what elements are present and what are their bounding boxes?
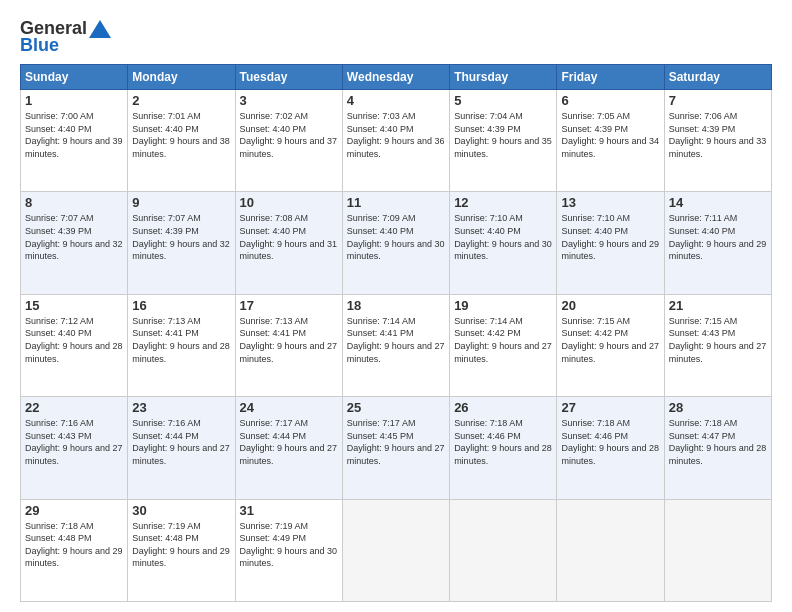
calendar-body: 1Sunrise: 7:00 AMSunset: 4:40 PMDaylight… [21,90,772,602]
page: General Blue SundayMondayTuesdayWednesda… [0,0,792,612]
cell-info: Sunrise: 7:13 AMSunset: 4:41 PMDaylight:… [240,315,338,365]
calendar-cell: 4Sunrise: 7:03 AMSunset: 4:40 PMDaylight… [342,90,449,192]
cell-info: Sunrise: 7:03 AMSunset: 4:40 PMDaylight:… [347,110,445,160]
calendar-cell: 12Sunrise: 7:10 AMSunset: 4:40 PMDayligh… [450,192,557,294]
cell-info: Sunrise: 7:01 AMSunset: 4:40 PMDaylight:… [132,110,230,160]
cell-info: Sunrise: 7:12 AMSunset: 4:40 PMDaylight:… [25,315,123,365]
cell-info: Sunrise: 7:14 AMSunset: 4:41 PMDaylight:… [347,315,445,365]
day-number: 29 [25,503,123,518]
weekday-header: Friday [557,65,664,90]
logo: General Blue [20,18,111,56]
calendar-cell: 22Sunrise: 7:16 AMSunset: 4:43 PMDayligh… [21,397,128,499]
day-number: 1 [25,93,123,108]
day-number: 13 [561,195,659,210]
calendar-cell: 7Sunrise: 7:06 AMSunset: 4:39 PMDaylight… [664,90,771,192]
calendar-cell: 1Sunrise: 7:00 AMSunset: 4:40 PMDaylight… [21,90,128,192]
calendar-cell [557,499,664,601]
weekday-header: Monday [128,65,235,90]
cell-info: Sunrise: 7:05 AMSunset: 4:39 PMDaylight:… [561,110,659,160]
day-number: 27 [561,400,659,415]
cell-info: Sunrise: 7:16 AMSunset: 4:43 PMDaylight:… [25,417,123,467]
calendar-cell: 24Sunrise: 7:17 AMSunset: 4:44 PMDayligh… [235,397,342,499]
calendar-table: SundayMondayTuesdayWednesdayThursdayFrid… [20,64,772,602]
day-number: 14 [669,195,767,210]
weekday-header: Sunday [21,65,128,90]
calendar-cell: 29Sunrise: 7:18 AMSunset: 4:48 PMDayligh… [21,499,128,601]
day-number: 10 [240,195,338,210]
cell-info: Sunrise: 7:10 AMSunset: 4:40 PMDaylight:… [561,212,659,262]
weekday-header: Thursday [450,65,557,90]
day-number: 8 [25,195,123,210]
cell-info: Sunrise: 7:19 AMSunset: 4:48 PMDaylight:… [132,520,230,570]
weekday-header: Wednesday [342,65,449,90]
calendar-cell: 10Sunrise: 7:08 AMSunset: 4:40 PMDayligh… [235,192,342,294]
cell-info: Sunrise: 7:15 AMSunset: 4:43 PMDaylight:… [669,315,767,365]
weekday-header: Saturday [664,65,771,90]
logo-icon [89,20,111,38]
cell-info: Sunrise: 7:02 AMSunset: 4:40 PMDaylight:… [240,110,338,160]
calendar-cell [342,499,449,601]
cell-info: Sunrise: 7:17 AMSunset: 4:44 PMDaylight:… [240,417,338,467]
day-number: 24 [240,400,338,415]
calendar-cell: 3Sunrise: 7:02 AMSunset: 4:40 PMDaylight… [235,90,342,192]
day-number: 7 [669,93,767,108]
calendar-cell: 6Sunrise: 7:05 AMSunset: 4:39 PMDaylight… [557,90,664,192]
calendar-cell: 13Sunrise: 7:10 AMSunset: 4:40 PMDayligh… [557,192,664,294]
cell-info: Sunrise: 7:08 AMSunset: 4:40 PMDaylight:… [240,212,338,262]
day-number: 12 [454,195,552,210]
day-number: 23 [132,400,230,415]
calendar-cell: 18Sunrise: 7:14 AMSunset: 4:41 PMDayligh… [342,294,449,396]
day-number: 19 [454,298,552,313]
cell-info: Sunrise: 7:13 AMSunset: 4:41 PMDaylight:… [132,315,230,365]
cell-info: Sunrise: 7:18 AMSunset: 4:48 PMDaylight:… [25,520,123,570]
day-number: 11 [347,195,445,210]
calendar-cell: 28Sunrise: 7:18 AMSunset: 4:47 PMDayligh… [664,397,771,499]
day-number: 20 [561,298,659,313]
header: General Blue [20,18,772,56]
cell-info: Sunrise: 7:07 AMSunset: 4:39 PMDaylight:… [132,212,230,262]
day-number: 5 [454,93,552,108]
cell-info: Sunrise: 7:18 AMSunset: 4:47 PMDaylight:… [669,417,767,467]
calendar-cell: 31Sunrise: 7:19 AMSunset: 4:49 PMDayligh… [235,499,342,601]
cell-info: Sunrise: 7:09 AMSunset: 4:40 PMDaylight:… [347,212,445,262]
calendar-cell: 14Sunrise: 7:11 AMSunset: 4:40 PMDayligh… [664,192,771,294]
svg-marker-0 [89,20,111,38]
weekday-header: Tuesday [235,65,342,90]
calendar-header: SundayMondayTuesdayWednesdayThursdayFrid… [21,65,772,90]
cell-info: Sunrise: 7:11 AMSunset: 4:40 PMDaylight:… [669,212,767,262]
calendar-cell: 20Sunrise: 7:15 AMSunset: 4:42 PMDayligh… [557,294,664,396]
cell-info: Sunrise: 7:18 AMSunset: 4:46 PMDaylight:… [561,417,659,467]
cell-info: Sunrise: 7:07 AMSunset: 4:39 PMDaylight:… [25,212,123,262]
day-number: 4 [347,93,445,108]
calendar-cell: 30Sunrise: 7:19 AMSunset: 4:48 PMDayligh… [128,499,235,601]
calendar-cell: 9Sunrise: 7:07 AMSunset: 4:39 PMDaylight… [128,192,235,294]
cell-info: Sunrise: 7:00 AMSunset: 4:40 PMDaylight:… [25,110,123,160]
cell-info: Sunrise: 7:10 AMSunset: 4:40 PMDaylight:… [454,212,552,262]
calendar-cell: 15Sunrise: 7:12 AMSunset: 4:40 PMDayligh… [21,294,128,396]
day-number: 28 [669,400,767,415]
day-number: 25 [347,400,445,415]
calendar-cell: 26Sunrise: 7:18 AMSunset: 4:46 PMDayligh… [450,397,557,499]
calendar-cell: 21Sunrise: 7:15 AMSunset: 4:43 PMDayligh… [664,294,771,396]
calendar-cell [664,499,771,601]
day-number: 15 [25,298,123,313]
cell-info: Sunrise: 7:18 AMSunset: 4:46 PMDaylight:… [454,417,552,467]
calendar-cell: 27Sunrise: 7:18 AMSunset: 4:46 PMDayligh… [557,397,664,499]
day-number: 21 [669,298,767,313]
cell-info: Sunrise: 7:06 AMSunset: 4:39 PMDaylight:… [669,110,767,160]
day-number: 2 [132,93,230,108]
calendar-cell: 5Sunrise: 7:04 AMSunset: 4:39 PMDaylight… [450,90,557,192]
cell-info: Sunrise: 7:14 AMSunset: 4:42 PMDaylight:… [454,315,552,365]
cell-info: Sunrise: 7:15 AMSunset: 4:42 PMDaylight:… [561,315,659,365]
calendar-cell: 25Sunrise: 7:17 AMSunset: 4:45 PMDayligh… [342,397,449,499]
calendar-cell: 16Sunrise: 7:13 AMSunset: 4:41 PMDayligh… [128,294,235,396]
day-number: 9 [132,195,230,210]
calendar-cell: 19Sunrise: 7:14 AMSunset: 4:42 PMDayligh… [450,294,557,396]
calendar-cell: 2Sunrise: 7:01 AMSunset: 4:40 PMDaylight… [128,90,235,192]
calendar-cell [450,499,557,601]
calendar-cell: 11Sunrise: 7:09 AMSunset: 4:40 PMDayligh… [342,192,449,294]
calendar-cell: 17Sunrise: 7:13 AMSunset: 4:41 PMDayligh… [235,294,342,396]
day-number: 3 [240,93,338,108]
calendar-cell: 23Sunrise: 7:16 AMSunset: 4:44 PMDayligh… [128,397,235,499]
day-number: 30 [132,503,230,518]
